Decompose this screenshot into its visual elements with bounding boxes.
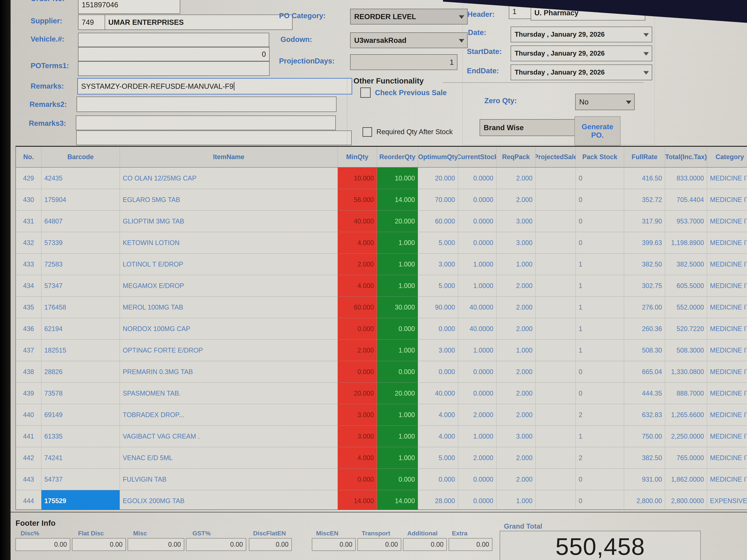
cell-optimum[interactable]: 0.000 bbox=[418, 318, 458, 340]
cell-barcode[interactable]: 69149 bbox=[42, 404, 120, 425]
cell-optimum[interactable]: 20.000 bbox=[418, 167, 458, 189]
cell-reorder[interactable]: 20.000 bbox=[377, 211, 418, 232]
cell-projected[interactable] bbox=[536, 232, 576, 254]
cell-barcode[interactable]: 175529 bbox=[42, 490, 120, 510]
cell-reorder[interactable]: 1.000 bbox=[377, 447, 418, 469]
cell-current[interactable]: 0.0000 bbox=[458, 232, 496, 254]
cell-totalinc[interactable]: 1,198.8900 bbox=[665, 232, 707, 254]
cell-projected[interactable] bbox=[536, 211, 576, 232]
column-header-projected[interactable]: ProjectedSale bbox=[536, 147, 576, 167]
cell-no[interactable]: 434 bbox=[16, 275, 42, 296]
cell-current[interactable]: 40.0000 bbox=[458, 297, 496, 318]
cell-category[interactable]: MEDICINE ITEM bbox=[707, 297, 747, 318]
footer-field-4[interactable]: 0.00 bbox=[249, 538, 292, 551]
cell-current[interactable]: 1.0000 bbox=[458, 254, 496, 275]
footer-field-6[interactable]: 0.00 bbox=[357, 538, 401, 551]
cell-fullrate[interactable]: 508.30 bbox=[624, 340, 665, 361]
cell-reqpack[interactable]: 3.000 bbox=[496, 426, 536, 447]
cell-totalinc[interactable]: 1,862.0000 bbox=[665, 469, 707, 490]
cell-barcode[interactable]: 176458 bbox=[42, 297, 120, 318]
cell-item[interactable]: TOBRADEX DROP... bbox=[120, 404, 338, 425]
cell-optimum[interactable]: 4.000 bbox=[418, 426, 458, 447]
footer-field-3[interactable]: 0.00 bbox=[186, 538, 246, 551]
cell-projected[interactable] bbox=[536, 404, 576, 425]
cell-projected[interactable] bbox=[536, 167, 576, 189]
cell-reqpack[interactable]: 2.000 bbox=[496, 383, 536, 404]
cell-projected[interactable] bbox=[536, 469, 576, 490]
cell-fullrate[interactable]: 416.50 bbox=[624, 167, 665, 189]
cell-barcode[interactable]: 182515 bbox=[42, 340, 120, 361]
column-header-barcode[interactable]: Barcode bbox=[42, 147, 120, 167]
chevron-down-icon[interactable] bbox=[626, 101, 632, 104]
cell-current[interactable]: 1.0000 bbox=[458, 340, 496, 361]
cell-packstock[interactable]: 1 bbox=[576, 426, 624, 447]
cell-current[interactable]: 0.0000 bbox=[458, 361, 496, 382]
column-header-no[interactable]: No. bbox=[16, 147, 42, 167]
cell-optimum[interactable]: 28.000 bbox=[418, 490, 458, 510]
cell-reorder[interactable]: 30.000 bbox=[377, 297, 418, 318]
cell-item[interactable]: EGOLIX 200MG TAB bbox=[120, 490, 338, 510]
cell-category[interactable]: MEDICINE ITEM bbox=[707, 361, 747, 382]
cell-min[interactable]: 20.000 bbox=[338, 383, 377, 404]
cell-barcode[interactable]: 42435 bbox=[42, 167, 120, 189]
cell-min[interactable]: 0.000 bbox=[338, 469, 377, 490]
cell-reqpack[interactable]: 3.000 bbox=[496, 232, 536, 254]
cell-reqpack[interactable]: 2.000 bbox=[496, 297, 536, 318]
cell-item[interactable]: VAGIBACT VAG CREAM . bbox=[120, 426, 338, 447]
cell-no[interactable]: 439 bbox=[16, 383, 42, 404]
column-header-fullrate[interactable]: FullRate bbox=[624, 147, 665, 167]
column-header-reqpack[interactable]: ReqPack bbox=[496, 147, 536, 167]
cell-no[interactable]: 436 bbox=[16, 318, 42, 340]
remarks3-field[interactable] bbox=[76, 115, 336, 130]
cell-reqpack[interactable]: 1.000 bbox=[496, 490, 536, 510]
cell-reqpack[interactable]: 2.000 bbox=[496, 167, 536, 189]
cell-fullrate[interactable]: 632.83 bbox=[624, 404, 665, 425]
cell-packstock[interactable]: 0 bbox=[576, 189, 624, 210]
cell-current[interactable]: 2.0000 bbox=[458, 447, 496, 469]
cell-reorder[interactable]: 14.000 bbox=[377, 189, 418, 210]
footer-field-7[interactable]: 0.00 bbox=[403, 538, 447, 551]
cell-barcode[interactable]: 64807 bbox=[42, 211, 120, 232]
cell-item[interactable]: NORDOX 100MG CAP bbox=[120, 318, 338, 340]
cell-barcode[interactable]: 62194 bbox=[42, 318, 120, 340]
cell-category[interactable]: MEDICINE ITEM bbox=[707, 167, 747, 189]
cell-item[interactable]: MEROL 100MG TAB bbox=[120, 297, 338, 318]
cell-min[interactable]: 0.000 bbox=[338, 361, 377, 382]
order-no-field[interactable]: 151897046 bbox=[78, 0, 180, 14]
column-header-min[interactable]: MinQty bbox=[338, 147, 377, 167]
cell-barcode[interactable]: 175904 bbox=[42, 189, 120, 210]
cell-projected[interactable] bbox=[536, 490, 576, 510]
cell-packstock[interactable]: 0 bbox=[576, 469, 624, 490]
cell-optimum[interactable]: 3.000 bbox=[418, 254, 458, 275]
cell-item[interactable]: CO OLAN 12/25MG CAP bbox=[120, 167, 338, 189]
chevron-down-icon[interactable] bbox=[643, 33, 649, 37]
cell-totalinc[interactable]: 2,800.0000 bbox=[665, 490, 707, 510]
cell-optimum[interactable]: 4.000 bbox=[418, 404, 458, 425]
cell-min[interactable]: 4.000 bbox=[338, 275, 377, 296]
cell-packstock[interactable]: 1 bbox=[576, 318, 624, 340]
cell-packstock[interactable]: 0 bbox=[576, 232, 624, 254]
cell-barcode[interactable]: 73578 bbox=[42, 383, 120, 404]
cell-item[interactable]: SPASMOMEN TAB. bbox=[120, 383, 338, 404]
cell-no[interactable]: 441 bbox=[16, 426, 42, 447]
cell-reqpack[interactable]: 2.000 bbox=[496, 447, 536, 469]
cell-min[interactable]: 3.000 bbox=[338, 426, 377, 447]
cell-category[interactable]: MEDICINE ITEM bbox=[707, 232, 747, 254]
cell-reqpack[interactable]: 2.000 bbox=[496, 275, 536, 296]
cell-projected[interactable] bbox=[536, 447, 576, 469]
remarks-field[interactable]: SYSTAMZY-ORDER-REFUSDE-MANUVAL-F9 bbox=[77, 78, 352, 95]
cell-reorder[interactable]: 20.000 bbox=[377, 383, 418, 404]
cell-reorder[interactable]: 1.000 bbox=[377, 232, 418, 254]
cell-reqpack[interactable]: 2.000 bbox=[496, 189, 536, 210]
cell-projected[interactable] bbox=[536, 297, 576, 318]
cell-item[interactable]: PREMARIN 0.3MG TAB bbox=[120, 361, 338, 382]
cell-reqpack[interactable]: 3.000 bbox=[496, 211, 536, 232]
cell-item[interactable]: MEGAMOX E/DROP bbox=[120, 275, 338, 296]
cell-no[interactable]: 442 bbox=[16, 447, 42, 469]
cell-current[interactable]: 0.0000 bbox=[458, 383, 496, 404]
cell-category[interactable]: MEDICINE ITEM bbox=[707, 340, 747, 361]
cell-totalinc[interactable]: 552.0000 bbox=[665, 297, 707, 318]
cell-optimum[interactable]: 3.000 bbox=[418, 340, 458, 361]
cell-packstock[interactable]: 0 bbox=[576, 361, 624, 382]
cell-reqpack[interactable]: 2.000 bbox=[496, 361, 536, 382]
